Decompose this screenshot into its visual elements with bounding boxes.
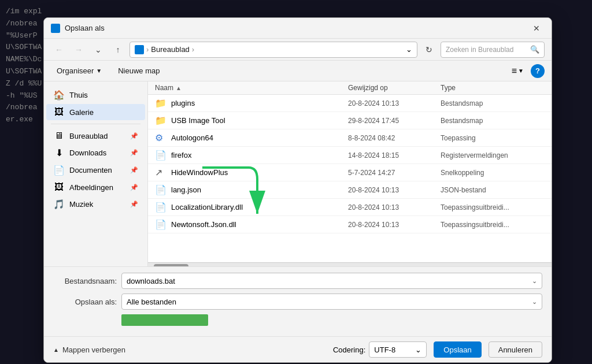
desktop-icon: 🖥 (53, 131, 65, 141)
refresh-button[interactable]: ↻ (421, 42, 437, 58)
pin-icon-documenten: 📌 (130, 166, 138, 174)
file-date: 29-8-2024 17:45 (348, 117, 441, 125)
table-row[interactable]: 📄 lang.json 20-8-2024 10:13 JSON-bestand (148, 181, 552, 199)
cancel-button[interactable]: Annuleren (489, 341, 542, 358)
table-row[interactable]: 📄 firefox 14-8-2024 18:15 Registervermel… (148, 147, 552, 164)
title-bar-left: Opslaan als (51, 24, 105, 33)
saveas-input[interactable]: Alle bestanden ⌄ (121, 294, 542, 310)
col-header-name[interactable]: Naam ▲ (155, 84, 348, 92)
horizontal-scrollbar[interactable] (148, 262, 552, 266)
new-folder-label: Nieuwe map (118, 66, 160, 75)
search-placeholder: Zoeken in Bureaublad (446, 46, 513, 54)
table-row[interactable]: 📁 USB Image Tool 29-8-2024 17:45 Bestand… (148, 112, 552, 129)
organize-label: Organiseer (57, 66, 94, 75)
breadcrumb-separator2: › (192, 45, 194, 54)
col-header-type[interactable]: Type (441, 84, 545, 92)
table-row[interactable]: 📄 LocalizationLibrary.dll 20-8-2024 10:1… (148, 199, 552, 216)
file-type-label: Snelkoppeling (441, 169, 545, 177)
file-list: Naam ▲ Gewijzigd op Type 📁 plugins 20-8-… (148, 81, 552, 266)
dropdown-button[interactable]: ⌄ (90, 42, 106, 58)
search-bar[interactable]: Zoeken in Bureaublad 🔍 (441, 42, 545, 58)
sidebar-item-afbeeldingen[interactable]: 🖼 Afbeeldingen 📌 (46, 179, 145, 195)
encoding-dropdown-icon: ⌄ (415, 346, 421, 354)
file-date: 5-7-2024 14:27 (348, 169, 441, 177)
file-rows[interactable]: 📁 plugins 20-8-2024 10:13 Bestandsmap 📁 … (148, 95, 552, 262)
sidebar-item-galerie[interactable]: 🖼 Galerie (46, 104, 145, 120)
back-button[interactable]: ← (51, 42, 67, 58)
filename-value: downloads.bat (127, 277, 532, 285)
forward-button[interactable]: → (71, 42, 87, 58)
saveas-dropdown-icon: ⌄ (532, 298, 537, 306)
navigation-toolbar: ← → ⌄ ↑ › Bureaublad › ⌄ ↻ Zoeken in Bur… (44, 39, 552, 61)
col-header-date[interactable]: Gewijzigd op (348, 84, 441, 92)
file-date: 8-8-2024 08:42 (348, 134, 441, 142)
sidebar-label-documenten: Documenten (69, 166, 125, 174)
organize-button[interactable]: Organiseer ▼ (51, 64, 108, 77)
action-bar: Organiseer ▼ Nieuwe map ≡ ▼ ? (44, 61, 552, 81)
table-row[interactable]: 📁 plugins 20-8-2024 10:13 Bestandsmap (148, 95, 552, 112)
help-button[interactable]: ? (531, 64, 545, 78)
table-row[interactable]: ⚙ Autologon64 8-8-2024 08:42 Toepassing (148, 129, 552, 147)
sidebar-label-bureaublad: Bureaublad (69, 132, 125, 140)
file-name: Autologon64 (171, 133, 348, 142)
close-button[interactable]: ✕ (528, 21, 545, 35)
table-row[interactable]: 📄 Newtonsoft.Json.dll 20-8-2024 10:13 To… (148, 216, 552, 233)
pin-icon-bureaublad: 📌 (130, 132, 138, 140)
scrollbar-thumb[interactable] (154, 264, 188, 267)
sidebar-label-galerie: Galerie (69, 108, 138, 117)
pin-icon-muziek: 📌 (130, 200, 138, 208)
pin-icon-afbeeldingen: 📌 (130, 184, 138, 191)
file-name: LocalizationLibrary.dll (171, 203, 348, 211)
main-content: 🏠 Thuis 🖼 Galerie 🖥 Bureaublad 📌 ⬇ Downl… (44, 81, 552, 266)
file-name: USB Image Tool (171, 116, 348, 125)
sidebar-label-muziek: Muziek (69, 200, 125, 209)
file-type-label: Bestandsmap (441, 117, 545, 125)
footer-right: Codering: UTF-8 ⌄ Opslaan Annuleren (333, 341, 542, 358)
sidebar-item-downloads[interactable]: ⬇ Downloads 📌 (46, 144, 145, 161)
file-type-icon: 📄 (155, 150, 166, 161)
encoding-select[interactable]: UTF-8 ⌄ (369, 341, 427, 358)
sidebar-divider (51, 124, 140, 124)
file-type-icon: 📁 (155, 115, 166, 126)
file-type-label: Toepassingsuitbreidi... (441, 203, 545, 211)
table-row[interactable]: ↗ HideWindowPlus 5-7-2024 14:27 Snelkopp… (148, 164, 552, 181)
sidebar-item-documenten[interactable]: 📄 Documenten 📌 (46, 162, 145, 179)
up-button[interactable]: ↑ (110, 42, 126, 58)
breadcrumb[interactable]: › Bureaublad › ⌄ (130, 42, 417, 58)
new-folder-button[interactable]: Nieuwe map (112, 64, 165, 77)
file-type-label: Toepassing (441, 134, 545, 142)
breadcrumb-separator: › (146, 45, 149, 54)
pin-icon-downloads: 📌 (130, 149, 138, 157)
file-date: 20-8-2024 10:13 (348, 203, 441, 211)
file-name: lang.json (171, 185, 348, 194)
chevron-down-icon: ⌄ (406, 45, 412, 54)
sidebar-item-thuis[interactable]: 🏠 Thuis (46, 87, 145, 103)
file-date: 14-8-2024 18:15 (348, 151, 441, 159)
file-type-label: Bestandsmap (441, 99, 545, 107)
filename-input[interactable]: downloads.bat ⌄ (121, 273, 542, 289)
save-button[interactable]: Opslaan (434, 341, 481, 358)
hide-folders-label: Mappen verbergen (62, 346, 125, 354)
sidebar-label-afbeeldingen: Afbeeldingen (69, 183, 125, 192)
breadcrumb-dropdown[interactable]: ⌄ (406, 45, 412, 54)
file-date: 20-8-2024 10:13 (348, 221, 441, 229)
view-button[interactable]: ≡ ▼ (508, 64, 527, 79)
file-type-icon: 📄 (155, 202, 166, 213)
sidebar: 🏠 Thuis 🖼 Galerie 🖥 Bureaublad 📌 ⬇ Downl… (44, 81, 148, 266)
search-icon: 🔍 (530, 45, 539, 54)
sort-arrow-icon: ▲ (176, 85, 182, 91)
sidebar-item-muziek[interactable]: 🎵 Muziek 📌 (46, 196, 145, 213)
file-name: plugins (171, 99, 348, 107)
view-icon: ≡ (512, 66, 517, 76)
file-type-icon: ↗ (155, 167, 166, 178)
documents-icon: 📄 (53, 165, 65, 176)
file-type-label: Registervermeldingen (441, 151, 545, 159)
file-type-icon: 📁 (155, 98, 166, 109)
title-bar: Opslaan als ✕ (44, 18, 552, 39)
sidebar-item-bureaublad[interactable]: 🖥 Bureaublad 📌 (46, 128, 145, 144)
file-list-header: Naam ▲ Gewijzigd op Type (148, 81, 552, 95)
hide-folders-button[interactable]: ▲ Mappen verbergen (53, 346, 125, 354)
file-type-icon: ⚙ (155, 132, 166, 143)
filename-row: Bestandsnaam: downloads.bat ⌄ (53, 273, 542, 289)
save-as-dialog: Opslaan als ✕ ← → ⌄ ↑ › Bureaublad › ⌄ ↻… (43, 17, 552, 363)
